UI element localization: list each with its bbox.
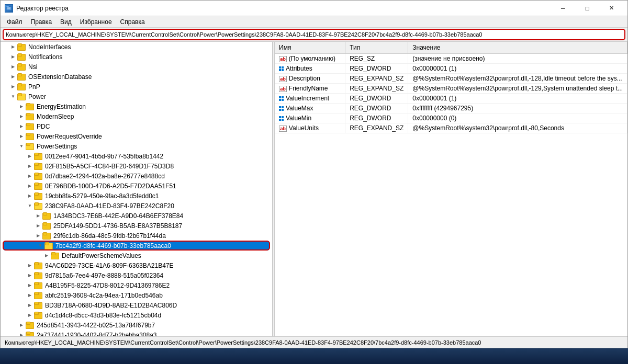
tree-toggle-icon[interactable]: ▶ xyxy=(26,162,34,170)
close-button[interactable]: ✕ xyxy=(599,1,623,16)
tree-item[interactable]: ▶94AC6D29-73CE-41A6-809F-6363BA21B47E xyxy=(1,260,272,270)
folder-icon xyxy=(26,322,34,329)
tree-toggle-icon[interactable]: ▶ xyxy=(26,261,34,270)
tree-panel[interactable]: ▶NodeInterfaces▶Notifications▶Nsi▶OSExte… xyxy=(1,42,273,336)
tree-toggle-icon[interactable]: ▶ xyxy=(26,311,34,320)
tree-item[interactable]: ▶abfc2519-3608-4c2a-94ea-171b0ed546ab xyxy=(1,290,272,300)
tree-toggle-icon[interactable]: ▶ xyxy=(26,172,34,180)
table-row[interactable]: abValueUnitsREG_EXPAND_SZ@%SystemRoot%\s… xyxy=(275,123,627,133)
folder-icon xyxy=(17,83,26,90)
menu-favorites[interactable]: Избранное xyxy=(76,17,116,27)
tree-item[interactable]: ▶PnP xyxy=(1,82,272,92)
tree-toggle-icon[interactable]: ▶ xyxy=(9,73,17,81)
tree-item-label: 0E796BDB-100D-47D6-A2D5-F7D2DAA51F51 xyxy=(45,183,176,190)
tree-item[interactable]: ▶Nsi xyxy=(1,62,272,72)
folder-icon xyxy=(42,232,51,240)
tree-item[interactable]: ▼PowerSettings xyxy=(1,141,272,151)
tree-item[interactable]: ▶02F815B5-A5CF-4C84-BF20-649D1F75D3D8 xyxy=(1,161,272,171)
table-row[interactable]: ValueIncrementREG_DWORD0x00000001 (1) xyxy=(275,93,627,103)
tree-item[interactable]: ▶PDC xyxy=(1,121,272,131)
tree-item[interactable]: ▶2a737441-1930-4402-8d77-b2bebba308a3 xyxy=(1,330,272,336)
tree-item[interactable]: ▼238C9FA8-0AAD-41ED-83F4-97BE242C8F20 xyxy=(1,201,272,211)
tree-toggle-icon[interactable]: ▶ xyxy=(26,152,34,161)
tree-item[interactable]: ▶19cbb8fa-5279-450e-9fac-8a3d5fedd0c1 xyxy=(1,191,272,201)
tree-item[interactable]: ▶BD3B718A-0680-4D9D-8AB2-E1D2B4AC806D xyxy=(1,300,272,310)
maximize-button[interactable]: □ xyxy=(575,1,599,16)
tree-toggle-icon[interactable]: ▶ xyxy=(17,331,26,337)
folder-icon xyxy=(34,262,42,269)
menu-file[interactable]: Файл xyxy=(3,17,27,27)
menu-bar: Файл Правка Вид Избранное Справка xyxy=(1,16,627,28)
tree-toggle-icon[interactable]: ▶ xyxy=(34,222,42,230)
tree-toggle-icon[interactable]: ▼ xyxy=(9,93,17,101)
tree-toggle-icon[interactable]: ▶ xyxy=(9,43,17,51)
folder-icon xyxy=(26,332,34,337)
tree-toggle-icon[interactable]: ▶ xyxy=(26,192,34,200)
tree-item[interactable]: ▼Power xyxy=(1,92,272,101)
tree-toggle-icon[interactable]: ▶ xyxy=(17,321,26,329)
grid-icon xyxy=(279,65,284,72)
tree-item[interactable]: ▶DefaultPowerSchemeValues xyxy=(1,251,272,260)
tree-toggle-icon[interactable]: ▶ xyxy=(9,83,17,91)
tree-item[interactable]: ▶25DFA149-5DD1-4736-B5AB-E8A37B5B8187 xyxy=(1,221,272,231)
tree-toggle-icon[interactable]: ▶ xyxy=(17,112,26,121)
tree-item[interactable]: ▶0012ee47-9041-4b5d-9b77-535fba8b1442 xyxy=(1,151,272,161)
tree-item[interactable]: ▶PowerRequestOverride xyxy=(1,131,272,141)
tree-item[interactable]: ▶0d7dbae2-4294-402a-ba8e-26777e8488cd xyxy=(1,171,272,181)
tree-toggle-icon[interactable]: ▶ xyxy=(17,103,26,111)
table-row[interactable]: ValueMaxREG_DWORD0xffffffff (4294967295) xyxy=(275,103,627,113)
tree-item[interactable]: ▶245d8541-3943-4422-b025-13a784f679b7 xyxy=(1,320,272,330)
menu-help[interactable]: Справка xyxy=(116,17,149,27)
tree-item-label: 02F815B5-A5CF-4C84-BF20-649D1F75D3D8 xyxy=(45,163,174,170)
reg-name: abDescription xyxy=(275,73,345,83)
tree-item[interactable]: ▶29f6c1db-86da-48c5-9fdb-f2b67b1f44da xyxy=(1,231,272,241)
tree-toggle-icon[interactable]: ▶ xyxy=(17,132,26,141)
tree-item[interactable]: ▼7bc4a2f9-d8fc-4469-b07b-33eb785aaca0 xyxy=(3,241,270,251)
tree-item[interactable]: ▶Notifications xyxy=(1,52,272,62)
address-input[interactable] xyxy=(6,31,622,38)
tree-toggle-icon[interactable]: ▼ xyxy=(17,142,26,151)
tree-toggle-icon[interactable]: ▶ xyxy=(17,122,26,131)
tree-item[interactable]: ▶NodeInterfaces xyxy=(1,42,272,52)
table-row[interactable]: abFriendlyNameREG_EXPAND_SZ@%SystemRoot%… xyxy=(275,83,627,93)
tree-container: ▶NodeInterfaces▶Notifications▶Nsi▶OSExte… xyxy=(1,42,272,336)
tree-toggle-icon[interactable]: ▶ xyxy=(34,212,42,220)
tree-toggle-icon[interactable]: ▶ xyxy=(26,182,34,190)
folder-icon xyxy=(17,63,26,71)
tree-toggle-icon[interactable]: ▶ xyxy=(42,252,51,260)
tree-item-label: BD3B718A-0680-4D9D-8AB2-E1D2B4AC806D xyxy=(45,302,177,309)
minimize-button[interactable]: ─ xyxy=(551,1,575,16)
tree-item[interactable]: ▶0E796BDB-100D-47D6-A2D5-F7D2DAA51F51 xyxy=(1,181,272,191)
tree-item-label: EnergyEstimation xyxy=(37,103,86,110)
tree-item[interactable]: ▶ModernSleep xyxy=(1,111,272,121)
tree-toggle-icon[interactable]: ▶ xyxy=(26,281,34,290)
tree-item[interactable]: ▶EnergyEstimation xyxy=(1,101,272,111)
folder-icon xyxy=(51,252,59,259)
reg-type: REG_EXPAND_SZ xyxy=(345,73,408,83)
tree-toggle-icon[interactable]: ▶ xyxy=(26,271,34,280)
tree-toggle-icon[interactable]: ▼ xyxy=(36,242,44,250)
tree-toggle-icon[interactable]: ▶ xyxy=(9,53,17,61)
window-controls: ─ □ ✕ xyxy=(551,1,623,16)
tree-item-label: A4B195F5-8225-47D8-8012-9D41369786E2 xyxy=(45,282,170,289)
tree-toggle-icon[interactable]: ▶ xyxy=(26,301,34,310)
tree-item-label: DefaultPowerSchemeValues xyxy=(62,252,141,259)
tree-toggle-icon[interactable]: ▶ xyxy=(9,63,17,71)
table-row[interactable]: AttributesREG_DWORD0x00000001 (1) xyxy=(275,63,627,73)
table-row[interactable]: abDescriptionREG_EXPAND_SZ@%SystemRoot%\… xyxy=(275,73,627,83)
reg-type: REG_SZ xyxy=(345,53,408,63)
tree-toggle-icon[interactable]: ▶ xyxy=(26,291,34,300)
tree-item[interactable]: ▶OSExtensionDatabase xyxy=(1,72,272,82)
tree-item[interactable]: ▶d4c1d4c8-d5cc-43d3-b83e-fc51215cb04d xyxy=(1,310,272,320)
tree-item[interactable]: ▶1A34BDC3-7E6B-442E-A9D0-64B6EF378E84 xyxy=(1,211,272,221)
menu-edit[interactable]: Правка xyxy=(27,17,57,27)
tree-toggle-icon[interactable]: ▼ xyxy=(26,202,34,210)
tree-toggle-icon[interactable]: ▶ xyxy=(34,232,42,240)
tree-item[interactable]: ▶A4B195F5-8225-47D8-8012-9D41369786E2 xyxy=(1,280,272,290)
folder-icon xyxy=(34,282,42,289)
tree-item[interactable]: ▶9d7815a6-7ee4-497e-8888-515a05f02364 xyxy=(1,270,272,280)
menu-view[interactable]: Вид xyxy=(56,17,76,27)
table-row[interactable]: ab(По умолчанию)REG_SZ(значение не присв… xyxy=(275,53,627,63)
table-row[interactable]: ValueMinREG_DWORD0x00000000 (0) xyxy=(275,113,627,123)
reg-value: 0xffffffff (4294967295) xyxy=(408,103,627,113)
